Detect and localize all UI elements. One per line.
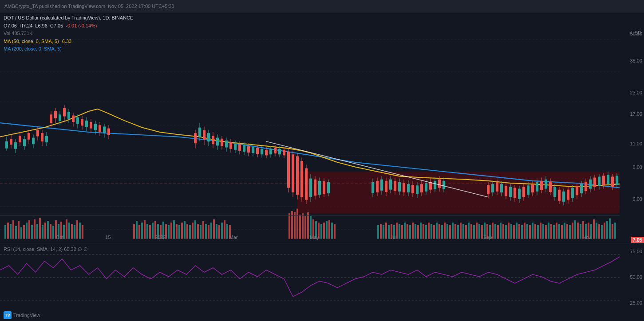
chart-info: DOT / US Dollar (calculated by TradingVi… [4, 14, 133, 53]
svg-rect-301 [380, 180, 383, 191]
time-nov: Nov [582, 235, 591, 240]
svg-rect-339 [505, 186, 507, 196]
svg-rect-271 [274, 148, 277, 154]
svg-rect-199 [32, 138, 35, 145]
price-35: 35.00 [630, 58, 642, 63]
svg-rect-263 [256, 148, 259, 154]
svg-rect-377 [589, 180, 592, 189]
svg-rect-227 [94, 124, 97, 130]
change-value: -0.01 (-0.14%) [66, 22, 97, 30]
vol-row: Vol 485.731K [4, 30, 133, 38]
svg-rect-361 [553, 187, 556, 197]
svg-rect-337 [500, 184, 503, 192]
time-may: May [310, 235, 319, 240]
svg-rect-203 [41, 133, 43, 141]
svg-rect-193 [19, 136, 21, 142]
published-info: AMBCrypto_TA published on TradingView.co… [4, 4, 174, 9]
svg-rect-349 [527, 185, 529, 195]
price-axis: 50.00 35.00 23.00 17.00 11.00 8.00 6.00 [620, 30, 644, 243]
time-axis: Oct 15 2022 Mar May Jul Sep Nov [0, 235, 620, 243]
svg-rect-295 [327, 182, 330, 193]
svg-rect-299 [376, 181, 379, 192]
chart-title-row: DOT / US Dollar (calculated by TradingVi… [4, 14, 133, 22]
svg-rect-335 [496, 182, 498, 192]
svg-rect-191 [14, 142, 17, 149]
svg-rect-303 [385, 181, 387, 192]
svg-rect-269 [269, 149, 272, 155]
svg-rect-283 [300, 161, 303, 197]
svg-rect-241 [207, 133, 210, 141]
low-value: L6.96 [35, 22, 47, 30]
svg-rect-229 [99, 125, 101, 132]
ma200-row: MA (200, close, 0, SMA, 5) [4, 45, 133, 53]
svg-rect-257 [243, 145, 245, 152]
chart-divider [0, 243, 644, 243]
ma50-row: MA (50, close, 0, SMA, 5) 6.33 [4, 38, 133, 46]
svg-rect-273 [278, 149, 281, 155]
svg-rect-365 [562, 192, 565, 202]
svg-rect-341 [509, 187, 512, 197]
svg-rect-291 [318, 181, 321, 195]
time-2022: 2022 [155, 235, 166, 240]
svg-rect-265 [261, 149, 263, 155]
svg-rect-381 [598, 176, 601, 186]
svg-rect-371 [576, 186, 578, 195]
svg-rect-327 [438, 180, 441, 188]
rsi-75: 75.00 [630, 249, 642, 254]
chart-title: DOT / US Dollar (calculated by TradingVi… [4, 14, 133, 22]
svg-rect-251 [229, 142, 232, 149]
svg-rect-211 [59, 114, 61, 121]
time-jul: Jul [390, 235, 396, 240]
vol-label: Vol 485.731K [4, 31, 32, 36]
svg-rect-297 [371, 182, 374, 193]
svg-rect-255 [238, 144, 241, 151]
svg-rect-289 [314, 180, 316, 196]
price-17: 17.00 [630, 111, 642, 117]
svg-rect-285 [305, 168, 308, 200]
svg-rect-197 [28, 133, 30, 140]
svg-rect-319 [420, 184, 423, 192]
time-mar: Mar [229, 235, 238, 240]
svg-rect-219 [76, 117, 79, 124]
rsi-50: 50.00 [630, 274, 642, 280]
ohlc-row: O7.06 H7.24 L6.96 C7.05 -0.01 (-0.14%) [4, 22, 133, 30]
ma200-label: MA (200, close, 0, SMA, 5) [4, 46, 62, 51]
svg-rect-209 [54, 111, 57, 118]
svg-rect-307 [394, 181, 396, 191]
svg-rect-347 [522, 187, 525, 197]
svg-rect-225 [90, 122, 92, 129]
svg-rect-375 [585, 182, 587, 191]
price-11: 11.00 [630, 141, 642, 146]
svg-rect-373 [580, 184, 583, 193]
svg-rect-363 [558, 190, 561, 201]
svg-rect-325 [434, 181, 436, 189]
svg-rect-213 [63, 108, 66, 117]
svg-rect-387 [611, 176, 614, 187]
svg-rect-383 [602, 176, 605, 185]
svg-rect-235 [194, 133, 197, 143]
svg-rect-385 [607, 175, 609, 184]
svg-rect-321 [425, 183, 427, 192]
price-23: 23.00 [630, 90, 642, 95]
svg-rect-243 [212, 136, 214, 144]
svg-rect-287 [309, 179, 312, 197]
svg-rect-355 [540, 181, 543, 190]
svg-rect-315 [411, 185, 414, 193]
svg-rect-323 [429, 182, 432, 190]
svg-rect-351 [531, 184, 534, 192]
open-value: O7.06 [4, 22, 17, 30]
svg-rect-223 [85, 121, 88, 127]
svg-rect-369 [571, 188, 574, 198]
svg-rect-207 [50, 114, 52, 123]
svg-rect-311 [403, 183, 405, 192]
svg-rect-253 [234, 143, 237, 150]
svg-rect-313 [407, 184, 410, 192]
svg-rect-217 [72, 115, 75, 122]
time-sep: Sep [483, 235, 492, 240]
svg-rect-345 [518, 189, 521, 199]
svg-rect-189 [10, 139, 12, 145]
svg-rect-261 [252, 147, 254, 153]
svg-rect-293 [323, 181, 325, 194]
svg-rect-331 [487, 185, 490, 194]
svg-rect-305 [389, 180, 392, 190]
